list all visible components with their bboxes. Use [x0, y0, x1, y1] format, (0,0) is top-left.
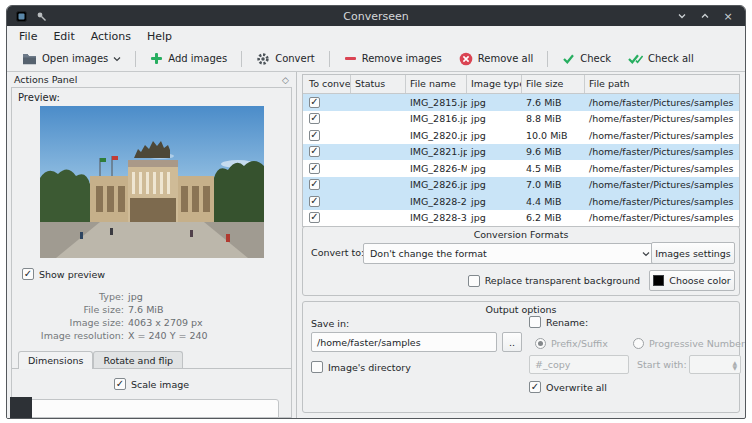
- row-checkbox[interactable]: [309, 130, 320, 141]
- table-row[interactable]: IMG_2826.jpg jpg 7.0 MiB /home/faster/Pi…: [303, 177, 739, 194]
- menu-edit[interactable]: Edit: [45, 28, 82, 45]
- chevron-down-icon[interactable]: [113, 56, 121, 62]
- clipped-control: [28, 399, 279, 418]
- app-icon: [16, 11, 27, 22]
- prefix-suffix-radio: Prefix/Suffix: [535, 338, 608, 349]
- row-checkbox[interactable]: [309, 97, 320, 108]
- table-row[interactable]: IMG_2815.jpg jpg 7.6 MiB /home/faster/Pi…: [303, 94, 739, 111]
- col-to-convert[interactable]: To convert: [303, 75, 351, 93]
- preview-image: [40, 106, 264, 258]
- table-row[interactable]: IMG_2828-3.jpg jpg 6.2 MiB /home/faster/…: [303, 210, 739, 227]
- row-file-size: 8.8 MiB: [522, 113, 585, 124]
- overwrite-all-checkbox[interactable]: Overwrite all: [529, 381, 607, 393]
- rename-label: Rename:: [546, 317, 588, 328]
- row-image-type: jpg: [467, 196, 522, 207]
- replace-transparent-checkbox[interactable]: Replace transparent background: [468, 275, 640, 287]
- row-file-size: 6.2 MiB: [522, 212, 585, 223]
- menubar: File Edit Actions Help: [7, 26, 745, 46]
- col-image-type[interactable]: Image type: [467, 75, 522, 93]
- titlebar[interactable]: Converseen ×: [7, 6, 745, 26]
- col-file-name[interactable]: File name: [406, 75, 467, 93]
- row-file-path: /home/faster/Pictures/samples: [585, 179, 739, 190]
- table-row[interactable]: IMG_2828-2.jpg jpg 4.4 MiB /home/faster/…: [303, 193, 739, 210]
- tab-dimensions[interactable]: Dimensions: [18, 351, 93, 369]
- close-icon[interactable]: ×: [722, 10, 734, 22]
- chevron-down-icon: [642, 251, 650, 257]
- check-icon: [562, 52, 575, 65]
- browse-button[interactable]: ..: [502, 332, 522, 352]
- row-file-name: IMG_2826-Mo...: [406, 163, 467, 174]
- row-file-name: IMG_2828-3.jpg: [406, 212, 467, 223]
- toolbar-separator: [329, 51, 330, 67]
- radio-dot: [535, 338, 546, 349]
- info-resolution-value: X = 240 Y = 240: [128, 329, 208, 342]
- row-check-cell[interactable]: [303, 130, 351, 141]
- scale-image-checkbox[interactable]: Scale image: [114, 378, 189, 390]
- table-row[interactable]: IMG_2816.jpg jpg 8.8 MiB /home/faster/Pi…: [303, 111, 739, 128]
- format-select[interactable]: Don't change the format: [363, 243, 655, 264]
- images-directory-checkbox[interactable]: Image's directory: [311, 361, 411, 373]
- row-image-type: jpg: [467, 179, 522, 190]
- col-file-path[interactable]: File path: [585, 75, 739, 93]
- info-resolution-label: Image resolution:: [12, 329, 124, 342]
- table-row[interactable]: IMG_2821.jpg jpg 9.6 MiB /home/faster/Pi…: [303, 144, 739, 161]
- check-all-label: Check all: [648, 53, 694, 64]
- remove-all-button[interactable]: Remove all: [452, 49, 540, 69]
- images-directory-label: Image's directory: [328, 362, 411, 373]
- convert-button[interactable]: Convert: [249, 49, 322, 69]
- remove-images-button[interactable]: Remove images: [337, 49, 449, 68]
- menu-actions[interactable]: Actions: [83, 28, 139, 45]
- col-status[interactable]: Status: [351, 75, 406, 93]
- checkbox-box: [529, 381, 541, 393]
- row-check-cell[interactable]: [303, 113, 351, 124]
- cross-circle-icon: [459, 52, 473, 66]
- open-images-button[interactable]: Open images: [15, 49, 128, 68]
- images-settings-button[interactable]: Images settings: [651, 242, 735, 264]
- right-panel: To convert Status File name Image type F…: [297, 72, 745, 418]
- table-row[interactable]: IMG_2826-Mo... jpg 4.5 MiB /home/faster/…: [303, 160, 739, 177]
- toolbar-separator: [547, 51, 548, 67]
- actions-panel-header[interactable]: Actions Panel ◇: [7, 72, 296, 87]
- row-checkbox[interactable]: [309, 146, 320, 157]
- row-checkbox[interactable]: [309, 179, 320, 190]
- choose-color-button[interactable]: Choose color: [649, 270, 735, 291]
- check-button[interactable]: Check: [555, 49, 618, 68]
- show-preview-checkbox[interactable]: Show preview: [22, 268, 291, 280]
- save-path-input[interactable]: /home/faster/samples: [311, 332, 497, 352]
- menu-file[interactable]: File: [11, 28, 45, 45]
- rename-checkbox[interactable]: Rename:: [529, 316, 588, 328]
- row-check-cell[interactable]: [303, 179, 351, 190]
- row-image-type: jpg: [467, 97, 522, 108]
- row-check-cell[interactable]: [303, 163, 351, 174]
- maximize-icon[interactable]: [699, 10, 711, 22]
- minimize-icon[interactable]: [676, 10, 688, 22]
- row-file-name: IMG_2815.jpg: [406, 97, 467, 108]
- row-checkbox[interactable]: [309, 113, 320, 124]
- row-checkbox[interactable]: [309, 196, 320, 207]
- row-file-path: /home/faster/Pictures/samples: [585, 212, 739, 223]
- row-check-cell[interactable]: [303, 146, 351, 157]
- actions-panel-title: Actions Panel: [14, 74, 77, 85]
- add-images-button[interactable]: Add images: [143, 49, 234, 68]
- table-row[interactable]: IMG_2820.jpg jpg 10.0 MiB /home/faster/P…: [303, 127, 739, 144]
- float-panel-icon[interactable]: ◇: [282, 75, 289, 85]
- choose-color-label: Choose color: [669, 275, 731, 286]
- row-file-path: /home/faster/Pictures/samples: [585, 97, 739, 108]
- panel-tabs: Dimensions Rotate and flip: [12, 349, 291, 369]
- pin-icon[interactable]: [36, 11, 47, 22]
- row-file-path: /home/faster/Pictures/samples: [585, 130, 739, 141]
- check-all-button[interactable]: Check all: [621, 49, 701, 68]
- info-filesize-label: File size:: [12, 303, 124, 316]
- row-check-cell[interactable]: [303, 97, 351, 108]
- menu-help[interactable]: Help: [139, 28, 180, 45]
- row-checkbox[interactable]: [309, 163, 320, 174]
- remove-all-label: Remove all: [478, 53, 533, 64]
- row-check-cell[interactable]: [303, 212, 351, 223]
- row-checkbox[interactable]: [309, 212, 320, 223]
- row-check-cell[interactable]: [303, 196, 351, 207]
- col-file-size[interactable]: File size: [522, 75, 585, 93]
- format-select-value: Don't change the format: [370, 248, 487, 259]
- convert-to-label: Convert to:: [311, 247, 364, 258]
- tab-rotate-flip[interactable]: Rotate and flip: [93, 351, 183, 368]
- row-image-type: jpg: [467, 130, 522, 141]
